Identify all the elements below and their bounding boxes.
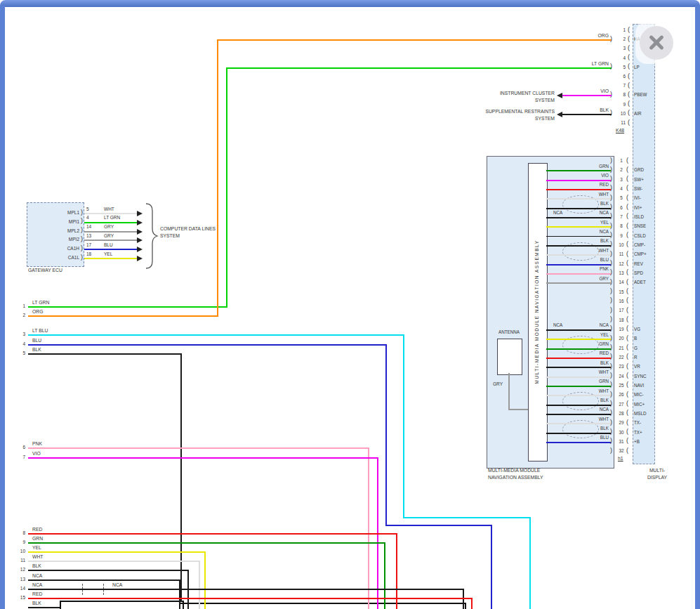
display-pin-number: 20 [619, 336, 623, 341]
mmm-wire-pin-21 [546, 348, 611, 350]
component-box-bottom-left [60, 601, 184, 609]
wire-blk [562, 114, 612, 115]
wire-color-label: VIO [600, 89, 609, 93]
wire-8-red [28, 533, 397, 535]
pin-bracket: ) [610, 438, 612, 444]
pin-bracket: ( [626, 232, 628, 238]
wire-14-nca [28, 589, 463, 589]
wiring-diagram-canvas: LT GRN1ORG2LT BLU3BLU4BLK5PNK6VIO7RED8GR… [0, 0, 700, 609]
wire-color-label: GRN [32, 536, 43, 541]
display-pin-number: 13 [619, 271, 623, 276]
system-arrow-icon [557, 112, 562, 117]
mmm-wire-pin-5 [546, 198, 611, 199]
pin-bracket: ( [628, 36, 630, 42]
wire-1-lt-grn [226, 67, 227, 308]
display-pin-number: 3 [620, 178, 623, 183]
display-pin-number: 26 [619, 393, 623, 398]
wire-color-label: BLK [600, 239, 609, 244]
wire-10-yel [204, 551, 206, 609]
gateway-pin-number: 17 [86, 243, 91, 248]
brace-icon [145, 202, 159, 270]
pin-bracket: ( [628, 119, 630, 126]
left-pin-number: 4 [22, 342, 25, 347]
left-pin-number: 1 [22, 304, 25, 309]
pin-bracket: ( [626, 353, 628, 360]
system-label: SUPPLEMENTAL RESTRAINTS [485, 109, 555, 114]
wire-vio [562, 95, 612, 96]
pin-bracket: ( [626, 335, 628, 341]
wire-color-label: NCA [600, 323, 609, 328]
wire-color-label: BLU [104, 243, 113, 248]
display-pin-number: 10 [621, 112, 626, 117]
gateway-pin-number: 5 [86, 207, 89, 212]
wire-color-label: GRN [599, 342, 609, 347]
display-pin-number: 17 [619, 308, 623, 313]
display-pin-label: CMP- [634, 243, 645, 248]
display-pin-label: LP [634, 65, 640, 70]
display-pin-number: 21 [619, 346, 623, 351]
wire-5-blk [28, 353, 181, 355]
display-pin-label: SW+ [634, 178, 644, 183]
display-pin-number: 9 [623, 103, 626, 107]
pin-bracket: ( [626, 419, 628, 426]
wire-arrow-icon [137, 256, 143, 261]
display-pin-number: 11 [621, 121, 626, 126]
mmm-wire-pin-28 [546, 414, 611, 414]
left-pin-number: 11 [20, 558, 25, 563]
display-pin-label: SPD [634, 271, 643, 276]
mmm-wire-pin-29 [546, 423, 611, 424]
wire-color-label: YEL [104, 252, 112, 257]
display-pin-number: 4 [620, 187, 623, 192]
wire-color-label: ORG [32, 309, 43, 314]
display-pin-label: MIC+ [634, 402, 645, 407]
pin-bracket: ) [610, 260, 612, 266]
pin-bracket: ( [626, 316, 628, 322]
wire-color-label: GRY [104, 225, 114, 230]
pin-bracket: ( [628, 63, 630, 70]
wire-color-label: RED [32, 527, 42, 532]
pin-bracket: ( [626, 307, 628, 313]
pin-bracket: ) [81, 227, 83, 233]
pin-bracket: ( [628, 27, 630, 33]
mmm-board-label: MULTI-MEDIA MODULE NAVIGATION ASSEMBLY [535, 240, 540, 384]
wire-color-label: BLK [32, 601, 41, 605]
wire-color-label: BLK [600, 361, 609, 366]
pin-bracket: ( [626, 251, 628, 257]
mmm-wire-pin-7 [546, 217, 611, 218]
wire-color-label: WHT [104, 207, 114, 212]
display-pin-label: B [634, 336, 637, 341]
display-pin-number: 8 [620, 224, 623, 229]
gateway-pin-number: 18 [86, 252, 91, 257]
display-pin-number: 29 [619, 421, 623, 426]
wire-color-label: NCA [553, 323, 562, 328]
display-pin-label: R [634, 355, 638, 360]
pin-bracket: ) [610, 400, 612, 407]
pin-bracket: ( [628, 110, 630, 116]
pin-bracket: ) [610, 363, 612, 369]
gateway-wire-wht [84, 213, 137, 214]
display-pin-number: 7 [620, 215, 623, 220]
wire-4-blu [491, 525, 492, 609]
pin-bracket: ) [81, 236, 83, 242]
window-title-bar[interactable] [0, 0, 700, 7]
wire-color-label: GRN [599, 379, 609, 384]
mmm-wire-pin-25 [546, 386, 611, 387]
pin-bracket: ( [626, 344, 628, 351]
left-pin-number: 5 [22, 351, 25, 356]
wire-color-label: VIO [601, 173, 609, 178]
gateway-pin-name: MPL2 [67, 229, 79, 234]
pin-bracket: ( [626, 410, 628, 416]
pin-bracket: ) [610, 381, 612, 388]
mmm-wire-pin-20 [546, 339, 611, 340]
pin-bracket: ( [626, 279, 628, 285]
antenna-box [497, 339, 522, 375]
pin-bracket: ( [626, 157, 628, 164]
close-button[interactable] [640, 26, 673, 60]
pin-bracket: ) [81, 218, 83, 224]
wire-color-label: YEL [600, 333, 609, 338]
display-pin-label: GRD [634, 168, 644, 173]
wire-12-blk [28, 570, 188, 571]
mmm-wire-pin-23 [546, 367, 611, 368]
wire-color-label: BLK [32, 563, 41, 568]
pin-bracket: ) [610, 269, 612, 275]
